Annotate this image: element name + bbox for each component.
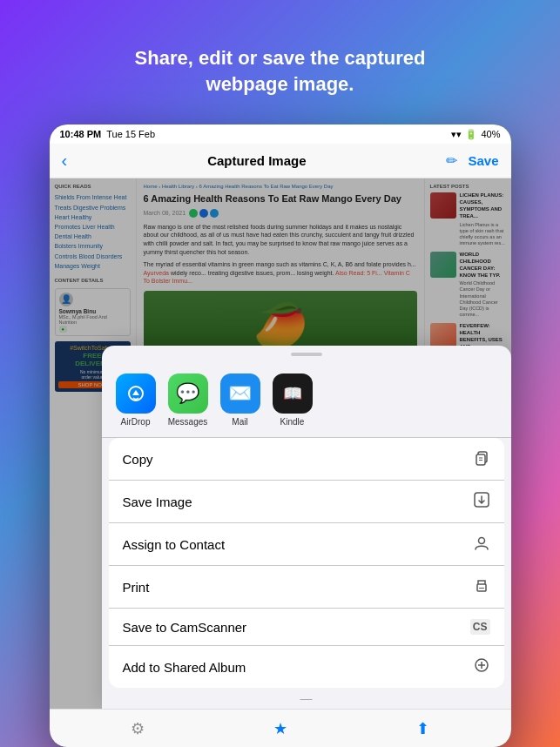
wifi-icon: ▾▾	[451, 129, 462, 140]
shared-album-icon	[473, 656, 490, 677]
latest-desc-2: World Childhood Cancer Day or Internatio…	[460, 280, 506, 318]
sidebar-link-2[interactable]: Treats Digestive Problems	[55, 203, 131, 212]
copy-icon	[473, 448, 490, 469]
nav-right-actions: ✏ Save	[446, 152, 498, 169]
sidebar-link-4[interactable]: Promotes Liver Health	[55, 222, 131, 232]
battery-icon: 🔋	[465, 129, 477, 140]
sidebar-link-7[interactable]: Controls Blood Disorders	[55, 252, 131, 261]
article-body-1: Raw mango is one of the most relished fo…	[144, 223, 417, 257]
battery-level: 40%	[481, 129, 500, 139]
latest-posts-title: LATEST POSTS	[430, 184, 506, 189]
article-body-2: The myriad of essential vitamins in gree…	[144, 260, 417, 286]
drag-indicator	[291, 353, 322, 356]
print-icon	[473, 576, 490, 597]
camscanner-icon: CS	[470, 619, 490, 635]
print-action[interactable]: Print	[109, 566, 504, 609]
page-header: Share, edit or save the captured webpage…	[0, 0, 560, 124]
airdrop-label: AirDrop	[121, 417, 151, 427]
sidebar-link-6[interactable]: Bolsters Immunity	[55, 241, 131, 251]
more-hint: —	[102, 688, 511, 709]
save-button[interactable]: Save	[468, 153, 498, 168]
share-sheet: AirDrop 💬 Messages ✉️ Mail	[102, 346, 511, 709]
assign-contact-label: Assign to Contact	[123, 537, 226, 552]
author-credentials: MSc., M.phil Food And Nutrition	[59, 314, 126, 325]
article-title: 6 Amazing Health Reasons To Eat Raw Mang…	[144, 192, 417, 205]
latest-thumb-1	[430, 192, 456, 219]
share-app-airdrop[interactable]: AirDrop	[116, 374, 156, 427]
ayurveda-link[interactable]: Ayurveda	[144, 270, 169, 276]
copy-label: Copy	[123, 452, 153, 467]
mail-icon: ✉️	[220, 374, 260, 414]
status-time: 10:48 PM	[60, 129, 102, 139]
article-date: March 08, 2021	[144, 209, 417, 218]
shared-album-label: Add to Shared Album	[123, 660, 246, 675]
camscanner-action[interactable]: Save to CamScanner CS	[109, 609, 504, 646]
save-image-label: Save Image	[123, 495, 192, 509]
header-title: Share, edit or save the captured webpage…	[52, 21, 508, 112]
share-actions-group1: Copy Save Image	[109, 438, 504, 688]
read-more-link[interactable]: Also Read: 5 Fi... Vitamin C To Bolster …	[144, 270, 410, 285]
nav-title: Captured Image	[207, 153, 306, 168]
kindle-label: Kindle	[280, 417, 305, 427]
content-details-section: CONTENT DETAILS 👤 Sowmya Binu MSc., M.ph…	[55, 278, 131, 336]
share-app-mail[interactable]: ✉️ Mail	[220, 374, 260, 427]
latest-title-2[interactable]: WORLD CHILDHOOD CANCER DAY: KNOW THE TYP…	[460, 252, 506, 279]
assign-contact-icon	[473, 534, 490, 555]
camscanner-label: Save to CamScanner	[123, 620, 247, 635]
save-image-icon	[473, 491, 490, 512]
copy-action[interactable]: Copy	[109, 438, 504, 481]
content-details-title: CONTENT DETAILS	[55, 278, 131, 283]
print-label: Print	[123, 580, 150, 595]
mail-label: Mail	[232, 417, 247, 427]
mango-image: 🥭	[253, 300, 307, 351]
content-area: QUICK READS Shields From Intense Heat Tr…	[50, 178, 511, 709]
status-date: Tue 15 Feb	[106, 129, 155, 139]
latest-thumb-2	[430, 252, 456, 278]
latest-title-1[interactable]: LICHEN PLANUS: CAUSES, SYMPTOMS AND TREA…	[460, 192, 506, 219]
bottom-toolbar: ⚙ ★ ⬆	[50, 709, 511, 747]
share-icon[interactable]: ⬆	[416, 719, 429, 738]
share-apps-row: AirDrop 💬 Messages ✉️ Mail	[102, 360, 511, 438]
author-name: Sowmya Binu	[59, 308, 126, 314]
share-app-kindle[interactable]: 📖 Kindle	[273, 374, 313, 427]
sidebar-link-8[interactable]: Manages Weight	[55, 261, 131, 271]
svg-rect-8	[479, 588, 484, 589]
kindle-icon: 📖	[273, 374, 313, 414]
star-icon[interactable]: ★	[273, 719, 287, 738]
messages-icon: 💬	[168, 374, 208, 414]
save-image-action[interactable]: Save Image	[109, 481, 504, 523]
latest-desc-1: Lichen Planus is a type of skin rash tha…	[460, 222, 506, 247]
assign-contact-action[interactable]: Assign to Contact	[109, 523, 504, 566]
sidebar-link-1[interactable]: Shields From Intense Heat	[55, 192, 131, 202]
author-box: 👤 Sowmya Binu MSc., M.phil Food And Nutr…	[55, 288, 131, 336]
latest-post-2: WORLD CHILDHOOD CANCER DAY: KNOW THE TYP…	[430, 252, 506, 318]
breadcrumb: Home › Health Library › 6 Amazing Health…	[144, 184, 417, 189]
messages-label: Messages	[168, 417, 208, 427]
status-bar: 10:48 PM Tue 15 Feb ▾▾ 🔋 40%	[50, 124, 511, 144]
settings-icon[interactable]: ⚙	[131, 719, 145, 738]
airdrop-icon	[116, 374, 156, 414]
share-app-messages[interactable]: 💬 Messages	[168, 374, 208, 427]
sidebar-link-5[interactable]: Dental Health	[55, 232, 131, 241]
quick-reads-title: QUICK READS	[55, 184, 131, 189]
svg-point-6	[478, 538, 484, 544]
shared-album-action[interactable]: Add to Shared Album	[109, 646, 504, 688]
back-button[interactable]: ‹	[62, 151, 68, 171]
status-right: ▾▾ 🔋 40%	[451, 129, 500, 140]
social-icons	[189, 209, 219, 218]
latest-post-1: LICHEN PLANUS: CAUSES, SYMPTOMS AND TREA…	[430, 192, 506, 246]
sidebar-link-3[interactable]: Heart Healthy	[55, 212, 131, 222]
device-frame: 10:48 PM Tue 15 Feb ▾▾ 🔋 40% ‹ Captured …	[50, 124, 511, 747]
edit-icon[interactable]: ✏	[446, 152, 457, 169]
nav-bar: ‹ Captured Image ✏ Save	[50, 144, 511, 178]
